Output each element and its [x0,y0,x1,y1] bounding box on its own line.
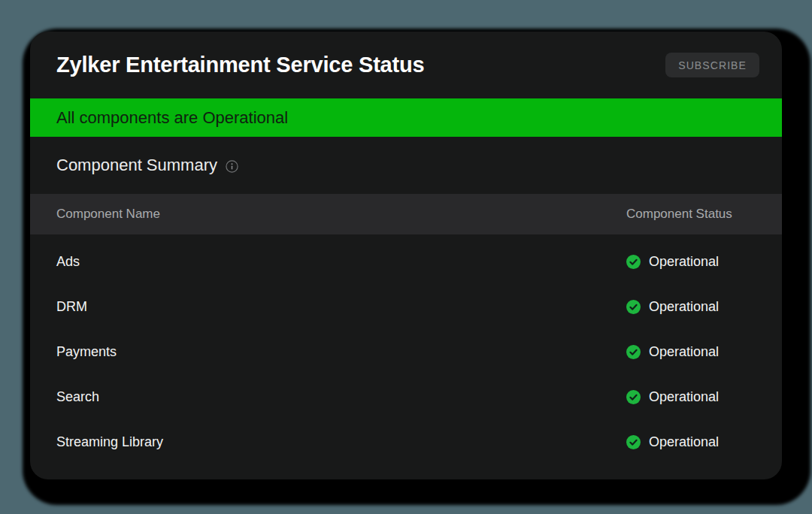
check-icon [626,345,641,359]
table-row: Payments Operational [30,329,782,374]
check-icon [626,435,641,449]
table-header-row: Component Name Component Status [30,194,782,234]
component-status-label: Operational [649,389,719,405]
subscribe-button[interactable]: SUBSCRIBE [665,53,759,77]
check-icon [626,390,641,404]
page-background: { "header": { "title": "Zylker Entertain… [0,0,812,514]
section-title: Component Summary [56,156,217,175]
status-banner: All components are Operational [30,98,782,137]
component-name: DRM [56,299,626,315]
page-title: Zylker Entertainment Service Status [56,53,424,77]
table-row: Streaming Library Operational [30,419,782,464]
column-header-component-status: Component Status [626,207,759,222]
component-name: Ads [56,254,626,270]
component-status-label: Operational [649,254,719,270]
banner-message: All components are Operational [56,108,288,128]
component-status-label: Operational [649,434,719,450]
table-body: Ads Operational DRM Operational Payments [30,234,782,464]
table-row: DRM Operational [30,284,782,329]
card-header: Zylker Entertainment Service Status SUBS… [30,32,782,98]
component-status-label: Operational [649,299,719,315]
check-icon [626,300,641,314]
component-status-cell: Operational [626,344,759,360]
component-name: Payments [56,344,626,360]
table-row: Search Operational [30,374,782,419]
component-status-cell: Operational [626,389,759,405]
info-icon[interactable] [226,160,238,173]
component-status-label: Operational [649,344,719,360]
check-icon [626,255,641,269]
section-bar: Component Summary [30,137,782,194]
component-name: Search [56,389,626,405]
component-status-cell: Operational [626,434,759,450]
column-header-component-name: Component Name [56,207,626,222]
table-row: Ads Operational [30,239,782,284]
component-status-cell: Operational [626,254,759,270]
component-status-cell: Operational [626,299,759,315]
component-name: Streaming Library [56,434,626,450]
status-card: Zylker Entertainment Service Status SUBS… [30,32,782,479]
